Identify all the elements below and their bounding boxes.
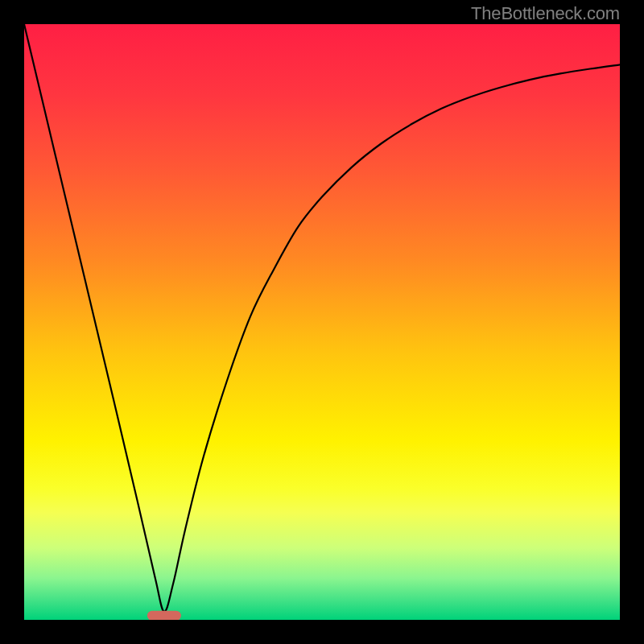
heat-gradient-background xyxy=(24,24,620,620)
chart-frame: TheBottleneck.com xyxy=(0,0,644,644)
plot-area xyxy=(24,24,620,620)
watermark-text: TheBottleneck.com xyxy=(471,3,620,24)
bottleneck-curve-chart xyxy=(24,24,620,620)
optimum-marker xyxy=(147,611,181,620)
